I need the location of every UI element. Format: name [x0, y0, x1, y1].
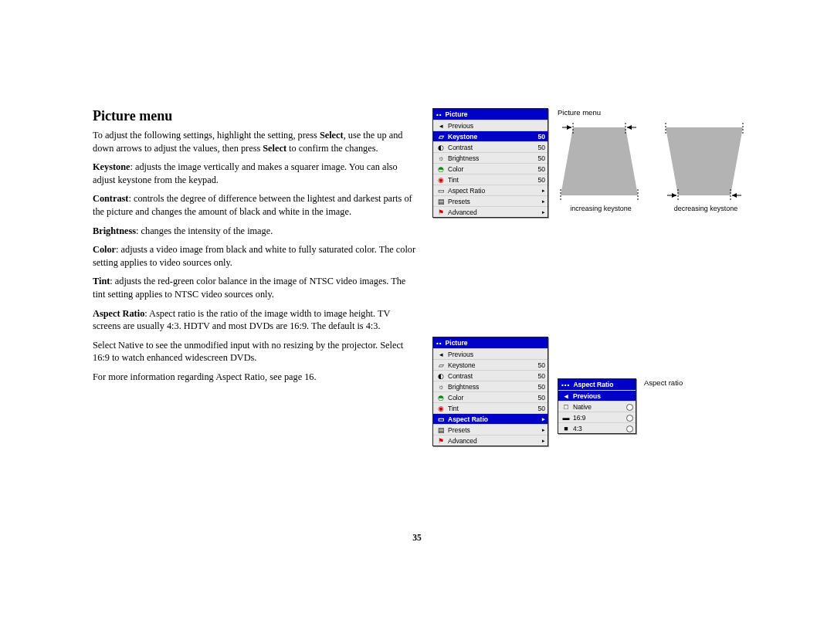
submenu-arrow-icon: ▸ [531, 188, 545, 194]
osd-row-presets: ▤ Presets ▸ [433, 195, 548, 206]
left-column: Picture menu To adjust the following set… [93, 108, 417, 390]
osd-picture-menu-2: •• Picture ◂Previous ▱Keystone50 ◐Contra… [432, 337, 548, 446]
keystone-icon: ▱ [436, 361, 446, 369]
advanced-icon: ⚑ [436, 208, 446, 216]
tint-icon: ◉ [436, 404, 446, 412]
contrast-text: : controls the degree of difference betw… [93, 193, 412, 217]
osd-row-previous: ◂ Previous [433, 120, 548, 130]
spacer [432, 221, 741, 337]
aspect-paragraph: Aspect Ratio: Aspect ratio is the ratio … [93, 307, 417, 333]
presets-icon: ▤ [436, 425, 446, 434]
osd-row-16-9: ▬16:9 [558, 412, 636, 422]
radio-icon [622, 424, 633, 432]
submenu-arrow-icon: ▸ [531, 198, 545, 205]
aspect-term: Aspect Ratio [93, 308, 144, 319]
brightness-icon: ☼ [436, 382, 446, 391]
advanced-icon: ⚑ [436, 436, 446, 445]
osd-value: 50 [531, 383, 545, 391]
svg-marker-7 [567, 125, 571, 130]
brightness-paragraph: Brightness: changes the intensity of the… [93, 225, 417, 238]
osd-label: Presets [446, 198, 531, 205]
osd-row-brightness: ☼ Brightness 50 [433, 152, 548, 163]
osd-header-3: ••• Aspect Ratio [558, 379, 636, 390]
svg-marker-9 [666, 127, 743, 195]
osd-label: Aspect Ratio [446, 415, 531, 423]
keystone-decrease-figure: decreasing keystone [663, 123, 749, 212]
aspect-icon: ▭ [436, 415, 446, 423]
osd-header-2: •• Picture [433, 337, 548, 348]
dots-icon: •• [436, 340, 442, 347]
square-icon: □ [561, 402, 571, 411]
keystone-term: Keystone [93, 161, 131, 172]
osd-title-3: Aspect Ratio [573, 381, 613, 388]
back-arrow-icon: ◂ [436, 350, 446, 358]
tint-icon: ◉ [436, 175, 446, 184]
osd-label: Aspect Ratio [446, 187, 531, 195]
rect-icon: ■ [561, 424, 571, 432]
svg-marker-16 [672, 193, 676, 198]
osd-label: Keystone [446, 361, 531, 369]
aspect-paragraph-2: Select Native to see the unmodified inpu… [93, 339, 417, 364]
osd-row-aspect: ▭ Aspect Ratio ▸ [433, 185, 548, 195]
osd-value: 50 [531, 154, 545, 162]
color-text: : adjusts a video image from black and w… [93, 244, 415, 268]
intro-text-c: to confirm the changes. [286, 143, 378, 154]
osd-row-tint: ◉Tint50 [433, 402, 548, 413]
contrast-icon: ◐ [436, 371, 446, 380]
figure-row-1: •• Picture ◂ Previous ▱ Keystone 50 ◐ [432, 108, 741, 221]
radio-icon [622, 413, 633, 421]
right-column: •• Picture ◂ Previous ▱ Keystone 50 ◐ [432, 108, 741, 449]
osd-aspect-ratio-submenu: ••• Aspect Ratio ◂Previous □Native ▬16:9… [558, 378, 636, 434]
osd-picture-menu-1: •• Picture ◂ Previous ▱ Keystone 50 ◐ [432, 108, 548, 218]
brightness-text: : changes the intensity of the image. [136, 225, 273, 236]
svg-marker-17 [732, 193, 737, 198]
contrast-icon: ◐ [436, 143, 446, 151]
osd-label: Brightness [446, 383, 531, 391]
osd-row-presets: ▤Presets▸ [433, 424, 548, 435]
osd-label: Advanced [446, 208, 531, 216]
osd-row-contrast: ◐Contrast50 [433, 370, 548, 381]
figure-row-2: •• Picture ◂Previous ▱Keystone50 ◐Contra… [432, 337, 741, 449]
osd-row-previous-selected: ◂Previous [558, 390, 636, 401]
osd-row-brightness: ☼Brightness50 [433, 381, 548, 391]
osd-label: Previous [446, 351, 545, 358]
intro-text-a: To adjust the following settings, highli… [93, 130, 320, 141]
intro-select-2: Select [263, 143, 286, 154]
caption-decreasing-keystone: decreasing keystone [663, 205, 749, 212]
radio-icon [622, 402, 633, 410]
osd-row-keystone-selected: ▱ Keystone 50 [433, 130, 548, 141]
presets-icon: ▤ [436, 197, 446, 205]
osd-label: Keystone [446, 133, 531, 141]
color-icon: ◓ [436, 164, 446, 173]
keystone-paragraph: Keystone: adjusts the image vertically a… [93, 161, 417, 186]
back-arrow-icon: ◂ [436, 121, 446, 130]
osd-row-keystone: ▱Keystone50 [433, 359, 548, 370]
aspect-paragraph-3: For more information regarding Aspect Ra… [93, 371, 417, 384]
osd-label: Brightness [446, 154, 531, 162]
color-term: Color [93, 244, 116, 255]
osd-label: Color [446, 165, 531, 173]
figure-label-picture-menu: Picture menu [558, 108, 749, 117]
osd-label: Contrast [446, 372, 531, 380]
submenu-arrow-icon: ▸ [531, 427, 545, 433]
contrast-term: Contrast [93, 193, 128, 204]
osd-value: 50 [531, 361, 545, 369]
osd-value: 50 [531, 176, 545, 184]
submenu-arrow-icon: ▸ [531, 438, 545, 444]
caption-increasing-keystone: increasing keystone [558, 205, 644, 212]
page-heading: Picture menu [93, 108, 417, 124]
osd-header-1: •• Picture [433, 109, 548, 120]
osd-and-label-1: •• Picture ◂ Previous ▱ Keystone 50 ◐ [432, 108, 548, 221]
brightness-term: Brightness [93, 225, 136, 236]
osd-label: 16:9 [571, 414, 622, 422]
osd-label: Advanced [446, 437, 531, 445]
intro-paragraph: To adjust the following settings, highli… [93, 129, 417, 154]
osd-row-advanced: ⚑ Advanced ▸ [433, 206, 548, 217]
tint-text: : adjusts the red-green color balance in… [93, 276, 405, 300]
osd-row-tint: ◉ Tint 50 [433, 174, 548, 185]
osd-row-color: ◓Color50 [433, 391, 548, 402]
submenu-arrow-icon: ▸ [531, 209, 545, 215]
color-paragraph: Color: adjusts a video image from black … [93, 243, 417, 269]
intro-select-1: Select [320, 130, 344, 141]
osd-label: Tint [446, 176, 531, 184]
